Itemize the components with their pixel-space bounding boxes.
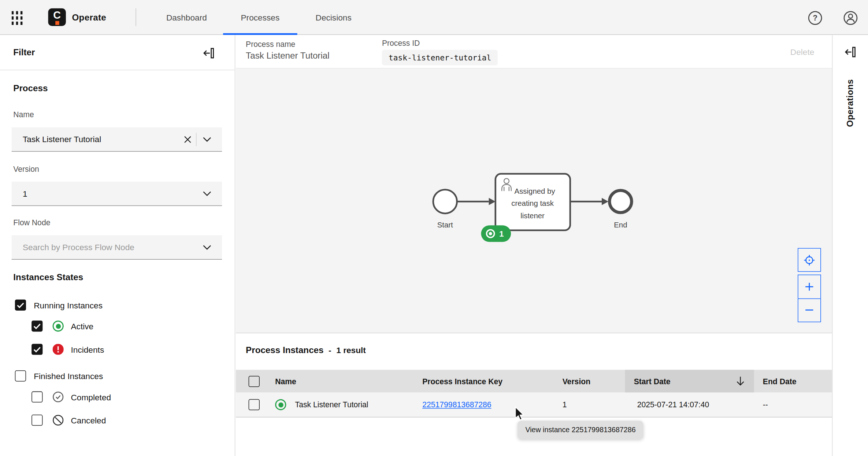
row-name-cell: Task Listener Tutorial [270, 393, 413, 417]
process-name-input[interactable] [23, 134, 181, 144]
running-instances-checkbox[interactable] [15, 300, 26, 311]
logo-accent-square [55, 21, 59, 25]
task-label-line1: Assigned by [515, 187, 556, 195]
process-name-combobox[interactable] [12, 127, 222, 152]
instances-states-title: Instances States [13, 273, 83, 282]
bpmn-diagram: Start Assigned by creating task listener… [236, 68, 832, 333]
finished-instances-row: Finished Instances [15, 370, 103, 382]
row-select-cell [236, 393, 270, 417]
row-end-date: -- [754, 393, 832, 417]
filter-panel-title: Filter [13, 35, 35, 70]
active-label: Active [71, 321, 93, 331]
row-process-name: Task Listener Tutorial [295, 400, 368, 409]
column-header-name[interactable]: Name [270, 370, 413, 393]
row-checkbox[interactable] [249, 399, 260, 410]
start-event-label: Start [437, 221, 453, 229]
logo-letter: C [48, 10, 66, 22]
flow-node-combobox[interactable] [12, 235, 222, 260]
help-button[interactable]: ? [806, 10, 823, 26]
task-label-line2: creating task [511, 199, 554, 207]
version-dropdown[interactable]: 1 [12, 182, 222, 206]
finished-instances-label: Finished Instances [34, 371, 103, 381]
expand-operations-icon[interactable] [842, 44, 858, 60]
app-window: C Operate Dashboard Processes Decisions … [0, 0, 868, 456]
column-header-version[interactable]: Version [553, 370, 625, 393]
product-title: Operate [72, 0, 106, 35]
column-header-process-instance-key[interactable]: Process Instance Key [413, 370, 553, 393]
process-section-title: Process [13, 84, 48, 93]
instances-separator: - [329, 345, 331, 355]
row-key-cell: 2251799813687286 [413, 393, 553, 417]
reset-zoom-button[interactable] [798, 248, 821, 272]
process-instances-panel: Process Instances - 1 result Name Proces… [236, 333, 832, 456]
incidents-label: Incidents [71, 345, 104, 354]
process-header: Process name Task Listener Tutorial Proc… [236, 35, 832, 68]
select-all-checkbox[interactable] [249, 376, 260, 387]
collapse-panel-icon[interactable] [200, 45, 217, 61]
camunda-logo[interactable]: C [48, 8, 66, 26]
tab-decisions[interactable]: Decisions [297, 0, 370, 35]
name-chevron-down-icon[interactable] [200, 132, 214, 146]
instances-title: Process Instances [246, 345, 323, 355]
flow-node-chevron-down-icon[interactable] [200, 240, 214, 254]
tab-dashboard[interactable]: Dashboard [148, 0, 226, 35]
column-header-start-date[interactable]: Start Date [625, 370, 754, 393]
field-divider [196, 133, 197, 146]
active-checkbox[interactable] [31, 320, 42, 331]
bpmn-diagram-canvas[interactable]: Start Assigned by creating task listener… [236, 68, 832, 333]
clear-selection-icon[interactable] [181, 132, 195, 146]
completed-checkbox[interactable] [31, 392, 42, 403]
canceled-checkbox[interactable] [31, 415, 42, 426]
start-date-header-label: Start Date [634, 377, 671, 386]
sort-descending-icon [736, 376, 745, 386]
tab-processes[interactable]: Processes [223, 0, 297, 35]
process-name-value: Task Listener Tutorial [246, 51, 330, 61]
question-mark-icon: ? [812, 14, 817, 22]
task-label-line3: listener [520, 212, 545, 220]
app-switcher-icon[interactable] [9, 10, 25, 26]
process-id-chip: task-listener-tutorial [382, 50, 498, 65]
row-version: 1 [553, 393, 625, 417]
top-navigation-bar: C Operate Dashboard Processes Decisions … [0, 0, 868, 35]
end-event-circle[interactable] [609, 190, 631, 212]
row-start-date: 2025-07-21 14:07:40 [625, 393, 754, 417]
row-active-state-icon [275, 399, 286, 410]
completed-state-icon [53, 392, 64, 403]
start-event-circle[interactable] [433, 190, 457, 214]
completed-label: Completed [71, 392, 111, 402]
instance-key-link[interactable]: 2251799813687286 [422, 400, 491, 409]
sequence-flow-arrowhead [489, 198, 496, 205]
column-header-end-date[interactable]: End Date [754, 370, 832, 393]
completed-row: Completed [31, 391, 111, 403]
running-instances-row: Running Instances [15, 299, 103, 311]
incident-state-icon [53, 344, 64, 355]
canceled-label: Canceled [71, 415, 106, 425]
process-id-label: Process ID [382, 39, 420, 48]
active-instances-badge: 1 [481, 225, 511, 242]
instance-link-tooltip: View instance 2251799813687286 [518, 421, 643, 439]
zoom-in-button[interactable] [798, 275, 821, 299]
instances-table-header: Name Process Instance Key Version Start … [236, 370, 832, 393]
name-field-label: Name [13, 110, 34, 119]
filter-panel-header: Filter [0, 35, 235, 70]
badge-count: 1 [499, 229, 504, 238]
flow-node-field-label: Flow Node [13, 218, 50, 227]
finished-instances-checkbox[interactable] [15, 370, 26, 381]
instance-row[interactable]: Task Listener Tutorial 2251799813687286 … [236, 393, 832, 418]
end-event-label: End [614, 221, 627, 229]
operations-panel-title: Operations [845, 79, 855, 127]
instances-heading: Process Instances - 1 result [246, 345, 366, 355]
sequence-flow-arrowhead-2 [602, 198, 608, 205]
delete-button[interactable]: Delete [787, 35, 818, 68]
user-profile-button[interactable] [842, 10, 858, 26]
zoom-out-button[interactable] [798, 298, 821, 322]
running-instances-label: Running Instances [34, 300, 103, 310]
mouse-cursor [513, 406, 526, 422]
flow-node-input[interactable] [23, 242, 200, 252]
operations-rail: Operations [832, 35, 868, 456]
version-chevron-down-icon[interactable] [200, 186, 214, 201]
version-value: 1 [23, 189, 200, 198]
incidents-checkbox[interactable] [31, 344, 42, 355]
active-row: Active [31, 320, 93, 332]
instances-count: 1 result [336, 345, 366, 355]
